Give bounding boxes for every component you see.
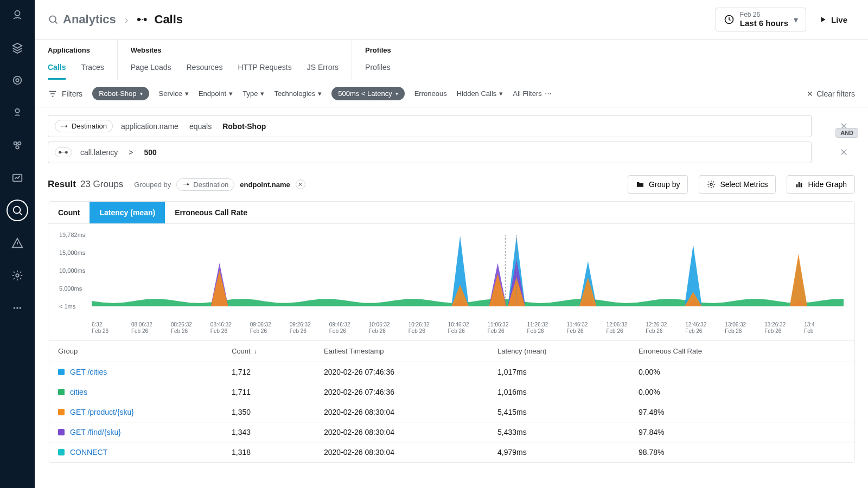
series-color-swatch [58,449,65,455]
metric-tab-count[interactable]: Count [48,202,90,223]
timerange-picker[interactable]: Feb 26 Last 6 hours ▾ [716,8,806,31]
x-tick: 10:26:32Feb 26 [409,322,448,335]
x-tick: 6:32Feb 26 [92,322,131,335]
tab-calls[interactable]: Calls [48,59,66,80]
tab-httprequests[interactable]: HTTP Requests [238,59,291,80]
clock-icon [724,14,735,25]
svg-point-12 [20,307,22,309]
table-row[interactable]: cities 1,711 2020-02-26 07:46:36 1,016ms… [48,382,854,402]
x-tick: 10:46:32Feb 26 [448,322,488,335]
clear-filters[interactable]: ✕Clear filters [807,89,855,98]
svg-point-18 [59,151,61,153]
grouped-by: Grouped by Destination endpoint.name ✕ [134,178,305,191]
group-link[interactable]: CONNECT [70,448,107,457]
svg-rect-24 [801,183,802,187]
tab-traces[interactable]: Traces [81,59,104,80]
filter-erroneous[interactable]: Erroneous [414,89,447,98]
settings-icon[interactable] [8,266,27,285]
filter-all[interactable]: All Filters ⋯ [513,89,551,98]
chart-plot[interactable]: 🚀🚀 [92,235,844,306]
query-row-2[interactable]: call.latency > 500 ✕ [48,142,812,163]
table-row[interactable]: CONNECT 1,318 2020-02-26 08:30:04 4,979m… [48,442,854,463]
filter-technologies[interactable]: Technologies ▾ [274,89,322,98]
svg-point-10 [14,307,16,309]
svg-rect-22 [796,184,798,187]
x-tick: 10:06:32Feb 26 [369,322,409,335]
tab-profiles[interactable]: Profiles [365,59,391,80]
alert-icon[interactable] [8,233,27,253]
tab-jserrors[interactable]: JS Errors [307,59,339,80]
content-panel: Count Latency (mean) Erroneous Call Rate… [48,201,855,463]
tab-pageloads[interactable]: Page Loads [131,59,171,80]
group-link[interactable]: cities [70,388,87,396]
filter-endpoint[interactable]: Endpoint ▾ [199,89,233,98]
subnav-websites: Websites Page Loads Resources HTTP Reque… [117,40,352,80]
bar-chart-icon [795,180,803,189]
cluster-icon[interactable] [8,136,27,155]
close-icon[interactable]: ✕ [840,146,848,158]
destination-chip: Destination [55,120,113,132]
x-tick: 11:26:32Feb 26 [527,322,566,335]
y-tick: 5,000ms [59,285,82,292]
query-area: AND Destination application.name equals … [35,107,868,171]
table-row[interactable]: GET /find/{sku} 1,343 2020-02-26 08:30:0… [48,422,854,442]
col-count-sort[interactable]: Count↓ [232,347,324,355]
sidebar [0,0,35,488]
topbar: Analytics › Calls Feb 26 Last 6 hours ▾ [35,0,868,40]
table-header: Group Count↓ Earliest Timestamp Latency … [48,341,854,362]
series-color-swatch [58,389,65,395]
filter-service[interactable]: Service ▾ [159,89,189,98]
breadcrumb-parent[interactable]: Analytics [48,12,116,27]
x-tick: 09:46:32Feb 26 [329,322,369,335]
group-link[interactable]: GET /cities [70,368,107,376]
filter-hidden-calls[interactable]: Hidden Calls ▾ [457,89,503,98]
more-icon[interactable] [8,298,27,318]
group-link[interactable]: GET /product/{sku} [70,408,134,416]
analytics-icon[interactable] [8,201,27,220]
live-button[interactable]: Live [812,11,855,29]
group-link[interactable]: GET /find/{sku} [70,428,121,436]
filter-pill-robotshop[interactable]: Robot-Shop▾ [92,87,149,100]
close-icon: ✕ [807,89,813,98]
svg-point-17 [66,125,67,127]
results-table: Group Count↓ Earliest Timestamp Latency … [48,340,854,463]
remove-group-icon[interactable]: ✕ [296,179,305,189]
svg-point-21 [710,183,712,185]
x-tick: 11:06:32Feb 26 [488,322,527,335]
metric-tabs: Count Latency (mean) Erroneous Call Rate [48,202,854,224]
select-metrics-button[interactable]: Select Metrics [699,175,776,194]
svg-point-14 [137,18,139,21]
subnav: Applications Calls Traces Websites Page … [35,40,868,80]
query-row-1[interactable]: Destination application.name equals Robo… [48,115,812,137]
filter-type[interactable]: Type ▾ [242,89,264,98]
table-row[interactable]: GET /product/{sku} 1,350 2020-02-26 08:3… [48,402,854,422]
svg-point-5 [18,142,21,145]
x-tick: 12:26:32Feb 26 [646,322,685,335]
chevron-down-icon: ▾ [794,15,798,25]
x-tick: 13:06:32Feb 26 [725,322,764,335]
y-tick: < 1ms [59,303,75,310]
filter-pill-latency[interactable]: 500ms < Latency▾ [331,87,404,100]
gear-icon [707,180,716,189]
x-tick: 12:06:32Feb 26 [606,322,646,335]
x-tick: 08:26:32Feb 26 [171,322,210,335]
group-by-button[interactable]: Group by [628,175,688,194]
series-color-swatch [58,409,65,415]
sidebar-logo[interactable] [8,5,27,25]
x-tick: 11:46:32Feb 26 [566,322,606,335]
svg-rect-23 [799,182,800,187]
stack-icon[interactable] [8,38,27,57]
metric-tab-err[interactable]: Erroneous Call Rate [165,202,257,223]
dashboard-icon[interactable] [8,168,27,188]
table-row[interactable]: GET /cities 1,712 2020-02-26 07:46:36 1,… [48,362,854,382]
svg-point-3 [15,109,19,113]
endpoint-icon[interactable] [8,103,27,123]
series-color-swatch [58,429,65,435]
svg-point-20 [187,184,189,185]
hide-graph-button[interactable]: Hide Graph [787,175,855,194]
svg-point-1 [14,76,22,85]
resultbar: Result 23 Groups Grouped by Destination … [35,171,868,201]
kubernetes-icon[interactable] [8,70,27,90]
tab-resources[interactable]: Resources [186,59,222,80]
metric-tab-latency[interactable]: Latency (mean) [90,202,165,223]
